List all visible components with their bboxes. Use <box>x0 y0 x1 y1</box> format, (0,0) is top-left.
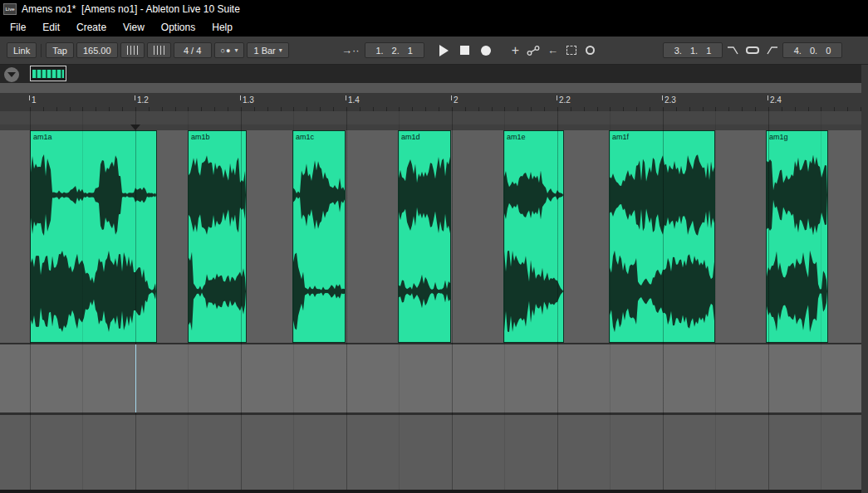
transport-loop-group: 3. 1. 1 4. 0. 0 <box>663 42 842 58</box>
audio-clip-am1c[interactable]: am1c <box>292 130 346 343</box>
ruler-tick-mark <box>135 95 135 100</box>
loop-length-field[interactable]: 4. 0. 0 <box>782 42 842 58</box>
empty-track-lane-2[interactable] <box>0 344 868 412</box>
ruler-label-2.2: 2.2 <box>559 95 571 105</box>
ruler-label-1.4: 1.4 <box>348 95 360 105</box>
arrangement-overdub-button[interactable]: + <box>509 42 522 58</box>
transport-left-group: Link Tap 165.00 4 / 4 ○● ▾ 1 Bar ▾ <box>7 42 289 58</box>
nudge-bars-icon <box>154 46 164 55</box>
ruler-label-1.3: 1.3 <box>243 95 254 105</box>
ruler-tick-mark <box>29 95 30 100</box>
link-button[interactable]: Link <box>7 42 37 58</box>
audio-clip-am1d[interactable]: am1d <box>398 130 451 343</box>
nudge-up-button[interactable] <box>147 42 171 58</box>
play-button[interactable] <box>435 42 453 58</box>
session-record-icon <box>586 46 595 55</box>
quantize-menu[interactable]: 1 Bar ▾ <box>247 42 288 58</box>
ruler-tick-mark <box>662 95 663 100</box>
automation-arm-button[interactable] <box>524 42 542 58</box>
clip-title: am1e <box>504 131 563 142</box>
clip-title: am1f <box>610 131 714 142</box>
menu-view[interactable]: View <box>115 18 153 37</box>
ruler-label-2.3: 2.3 <box>664 95 676 105</box>
clip-waveform <box>504 142 563 342</box>
punch-in-button[interactable] <box>725 42 741 58</box>
overview-zoom-window[interactable] <box>30 66 66 81</box>
menu-options[interactable]: Options <box>153 18 204 37</box>
automation-arm-icon <box>527 45 540 56</box>
title-bar: Live Amens no1* [Amens no1] - Ableton Li… <box>0 0 868 18</box>
metronome-button[interactable]: ○● ▾ <box>214 42 245 58</box>
punch-in-icon <box>727 45 739 56</box>
punch-out-icon <box>766 45 778 56</box>
metronome-icon: ○● <box>221 46 232 55</box>
ableton-live-window: Live Amens no1* [Amens no1] - Ableton Li… <box>0 0 868 493</box>
nudge-down-button[interactable] <box>120 42 145 58</box>
loop-button[interactable] <box>743 42 762 58</box>
tap-tempo-button[interactable]: Tap <box>46 42 74 58</box>
clip-waveform <box>189 142 246 342</box>
time-signature-field[interactable]: 4 / 4 <box>174 42 212 58</box>
audio-clip-am1e[interactable]: am1e <box>503 130 564 343</box>
ruler-label-2: 2 <box>454 95 459 105</box>
transport-bar: Link Tap 165.00 4 / 4 ○● ▾ 1 Bar ▾ →·· 1… <box>0 37 868 65</box>
menu-create[interactable]: Create <box>68 18 115 37</box>
clip-waveform <box>399 142 450 342</box>
capture-midi-icon <box>566 46 576 55</box>
empty-track-lane-3[interactable] <box>0 415 868 490</box>
arrangement-position-field[interactable]: 1. 2. 1 <box>365 42 424 58</box>
insert-marker-triangle[interactable] <box>130 124 140 130</box>
insert-marker-line <box>135 344 136 412</box>
scrub-area[interactable] <box>0 111 868 124</box>
clip-title: am1d <box>399 131 450 142</box>
audio-track-lane[interactable]: am1aam1bam1cam1dam1eam1fam1g <box>0 130 868 343</box>
arrangement-scroll-button[interactable] <box>4 67 19 82</box>
ruler-tick-mark <box>557 95 557 100</box>
session-record-button[interactable] <box>582 42 598 58</box>
transport-center-group: →·· 1. 2. 1 + ← <box>339 42 598 58</box>
arrangement-overview[interactable] <box>0 65 868 83</box>
loop-icon <box>746 46 759 54</box>
ruler-label-1.2: 1.2 <box>137 95 149 105</box>
window-title: Amens no1* [Amens no1] - Ableton Live 10… <box>22 3 240 15</box>
record-button[interactable] <box>477 42 495 58</box>
track-header-panel-edge[interactable] <box>861 65 868 493</box>
chevron-down-icon: ▾ <box>234 46 238 54</box>
ruler-tick-mark <box>346 95 346 100</box>
audio-clip-am1b[interactable]: am1b <box>188 130 247 343</box>
audio-clip-am1a[interactable]: am1a <box>30 130 157 343</box>
capture-midi-button[interactable] <box>563 42 580 58</box>
clip-waveform <box>767 142 827 342</box>
audio-clip-am1g[interactable]: am1g <box>766 130 828 343</box>
menu-help[interactable]: Help <box>204 18 241 37</box>
arrangement-view: 11.21.31.422.22.32.4 am1aam1bam1cam1dam1… <box>0 65 868 493</box>
bottom-edge <box>0 490 868 493</box>
clip-title: am1b <box>189 131 246 142</box>
follow-button[interactable]: →·· <box>339 42 362 58</box>
clip-title: am1c <box>293 131 345 142</box>
live-app-icon: Live <box>3 3 17 15</box>
separator <box>41 44 42 57</box>
ruler-label-1: 1 <box>32 95 37 105</box>
clip-waveform <box>610 142 714 342</box>
stop-button[interactable] <box>455 42 474 58</box>
stop-icon <box>460 46 469 55</box>
reenable-automation-button[interactable]: ← <box>545 42 561 58</box>
audio-clip-am1f[interactable]: am1f <box>609 130 715 343</box>
ruler-tick-mark <box>240 95 241 100</box>
menu-edit[interactable]: Edit <box>34 18 68 37</box>
tempo-field[interactable]: 165.00 <box>76 42 118 58</box>
loop-start-field[interactable]: 3. 1. 1 <box>663 42 723 58</box>
overview-clip-thumbnails <box>32 70 64 78</box>
menu-file[interactable]: File <box>2 18 34 37</box>
clip-waveform <box>31 142 156 342</box>
clip-title: am1g <box>767 131 827 142</box>
triangle-down-icon <box>7 72 16 77</box>
ruler-tick-mark <box>767 95 768 100</box>
nudge-bars-icon <box>127 46 138 55</box>
play-icon <box>439 45 449 56</box>
ruler-tick-mark <box>451 95 452 100</box>
punch-out-button[interactable] <box>764 42 780 58</box>
ruler-label-2.4: 2.4 <box>770 95 782 105</box>
beat-time-ruler[interactable]: 11.21.31.422.22.32.4 <box>0 93 868 111</box>
